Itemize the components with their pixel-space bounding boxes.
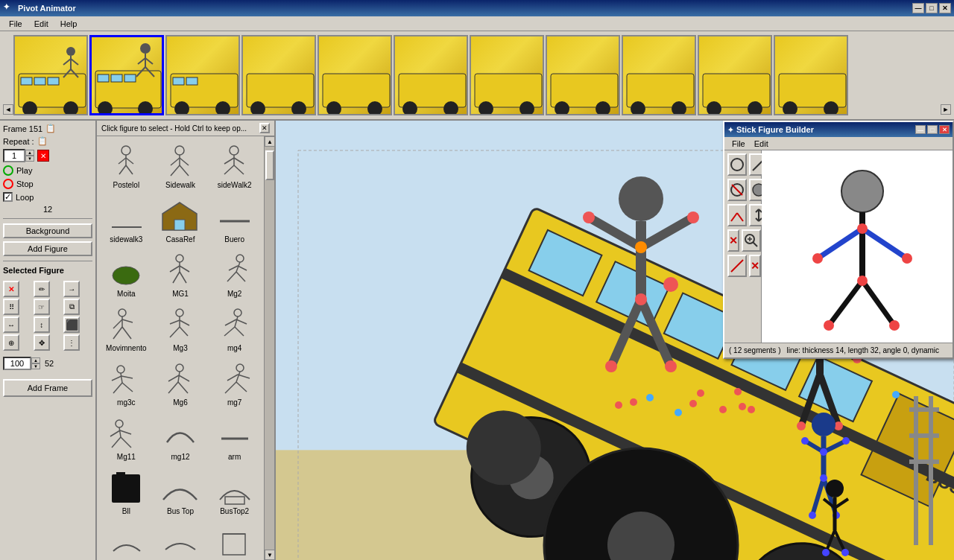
figure-item-mg3c[interactable]: mg3c xyxy=(100,357,153,410)
frame-thumb[interactable] xyxy=(774,35,848,115)
delete-button[interactable]: ✕ xyxy=(37,150,49,162)
delete-tool-button[interactable]: ✕ xyxy=(3,281,19,297)
svg-line-240 xyxy=(862,281,894,325)
repeat-spinner[interactable]: 1 ▲ ▼ xyxy=(3,149,34,162)
filmstrip-scroll-right[interactable]: ► xyxy=(941,104,951,115)
figure-item-arm[interactable]: arm xyxy=(208,411,261,464)
figure-item-buero[interactable]: Buero xyxy=(208,194,261,246)
sfb-menu-file[interactable]: File xyxy=(727,139,750,149)
figure-item-extra2[interactable] xyxy=(154,520,207,560)
copy-tool-button[interactable]: ⧉ xyxy=(63,299,80,315)
close-button[interactable]: ✕ xyxy=(939,3,951,13)
figure-item-movimnento[interactable]: Movimnento xyxy=(100,302,153,355)
sfb-clear-tool[interactable]: ✕ xyxy=(749,255,761,277)
sfb-canvas[interactable] xyxy=(762,150,953,343)
stop-row[interactable]: Stop xyxy=(3,179,92,189)
pencil-tool-button[interactable]: ✏ xyxy=(34,281,50,297)
figure-item-mg4[interactable]: mg4 xyxy=(208,302,261,355)
zoom-down[interactable]: ▼ xyxy=(31,363,40,369)
add-figure-button[interactable]: Add Figure xyxy=(3,241,92,256)
figure-item-bll[interactable]: Bll xyxy=(100,465,153,518)
menu-file[interactable]: File xyxy=(3,18,28,30)
figure-item-bustop2[interactable]: BusTop2 xyxy=(208,465,261,518)
loop-checkbox[interactable]: ✓ xyxy=(3,192,13,202)
clone-button[interactable]: ⊕ xyxy=(3,334,19,351)
svg-line-86 xyxy=(229,266,238,270)
sfb-bend-tool[interactable] xyxy=(727,204,747,226)
copy-icon[interactable]: 📋 xyxy=(37,136,48,146)
frame-thumb[interactable] xyxy=(470,35,544,115)
sfb-close-button[interactable]: ✕ xyxy=(939,125,950,134)
figure-item-mg11[interactable]: Mg11 xyxy=(100,411,153,464)
sfb-line2-tool[interactable] xyxy=(727,255,747,277)
scroll-down-arrow[interactable]: ▼ xyxy=(265,550,274,560)
svg-line-68 xyxy=(234,165,244,174)
sfb-zoom-tool[interactable] xyxy=(742,229,761,252)
flip-h-button[interactable]: ↔ xyxy=(3,316,19,333)
panel-close-button[interactable]: ✕ xyxy=(259,123,270,133)
sfb-maximize-button[interactable]: □ xyxy=(927,125,938,134)
frame-thumb-selected[interactable] xyxy=(89,35,164,115)
sfb-menu-edit[interactable]: Edit xyxy=(750,139,773,149)
frame-thumb[interactable] xyxy=(165,35,240,115)
sfb-delete-tool[interactable]: ✕ xyxy=(727,229,739,252)
scroll-up-arrow[interactable]: ▲ xyxy=(265,136,274,147)
play-row[interactable]: Play xyxy=(3,165,92,176)
menu-help[interactable]: Help xyxy=(54,18,83,30)
figure-item-sidewalk2[interactable]: sideWalk2 xyxy=(208,139,261,192)
dots-button[interactable]: ⠿ xyxy=(3,299,19,315)
sfb-minimize-button[interactable]: — xyxy=(915,125,926,134)
figure-item-mg7[interactable]: mg7 xyxy=(208,357,261,410)
scroll-button[interactable]: ⋮ xyxy=(63,334,80,351)
figure-item-extra1[interactable] xyxy=(100,520,153,560)
copy-frame-icon[interactable]: 📋 xyxy=(45,124,56,133)
spin-down[interactable]: ▼ xyxy=(25,156,34,162)
menu-edit[interactable]: Edit xyxy=(28,18,54,30)
figure-item-mg2[interactable]: Mg2 xyxy=(208,248,261,301)
frame-thumb[interactable] xyxy=(318,35,392,115)
zoom-row: 100 ▲ ▼ 52 xyxy=(3,357,92,370)
repeat-input[interactable]: 1 xyxy=(3,149,25,162)
figure-item-sidewalk3[interactable]: sidewalk3 xyxy=(100,194,153,246)
figure-item-mg6[interactable]: Mg6 xyxy=(154,357,207,410)
spin-up[interactable]: ▲ xyxy=(25,150,34,156)
background-button[interactable]: Background xyxy=(3,223,92,238)
maximize-button[interactable]: □ xyxy=(926,3,938,13)
flip-v-button[interactable]: ↕ xyxy=(34,316,50,333)
frame-thumb[interactable] xyxy=(698,35,772,115)
zoom-input[interactable]: 100 xyxy=(3,357,31,370)
figure-item-mg3[interactable]: Mg3 xyxy=(154,302,207,355)
move-button[interactable]: ✥ xyxy=(34,334,50,351)
scroll-thumb[interactable] xyxy=(265,150,274,180)
figure-item-extra3[interactable] xyxy=(208,520,261,560)
sfb-circle-tool[interactable] xyxy=(727,153,747,176)
paint-button[interactable]: ⬛ xyxy=(63,316,80,333)
figure-item-postelol[interactable]: Postelol xyxy=(100,139,153,192)
figure-item-sidewalk[interactable]: Sidewalk xyxy=(154,139,207,192)
frame-thumb[interactable] xyxy=(622,35,696,115)
frame-thumb[interactable] xyxy=(394,35,468,115)
add-frame-button[interactable]: Add Frame xyxy=(3,379,92,397)
svg-point-186 xyxy=(801,437,809,445)
zoom-up[interactable]: ▲ xyxy=(31,357,40,363)
hand-button[interactable]: ☞ xyxy=(34,299,50,315)
sfb-no-fill-tool[interactable] xyxy=(727,179,747,201)
figure-item-casaref[interactable]: CasaRef xyxy=(154,194,207,246)
minimize-button[interactable]: — xyxy=(912,3,924,13)
frame-thumb[interactable] xyxy=(546,35,620,115)
filmstrip-scroll-left[interactable]: ◄ xyxy=(3,104,13,115)
figure-item-bustop[interactable]: Bus Top xyxy=(154,465,207,518)
svg-line-239 xyxy=(829,281,862,325)
figure-thumb-mg2 xyxy=(212,251,257,288)
figure-item-moita[interactable]: Moita xyxy=(100,248,153,301)
arrow-right-button[interactable]: → xyxy=(63,281,80,297)
menubar: File Edit Help xyxy=(0,16,954,31)
figure-item-mg12[interactable]: mg12 xyxy=(154,411,207,464)
zoom-spinner[interactable]: 100 ▲ ▼ xyxy=(3,357,40,370)
figure-name-mg12: mg12 xyxy=(171,453,189,461)
frame-thumb[interactable] xyxy=(241,35,316,115)
canvas-area[interactable]: BUS xyxy=(276,121,954,560)
svg-line-104 xyxy=(225,319,236,325)
frame-thumb[interactable] xyxy=(13,35,88,115)
figure-item-mg1[interactable]: MG1 xyxy=(154,248,207,301)
